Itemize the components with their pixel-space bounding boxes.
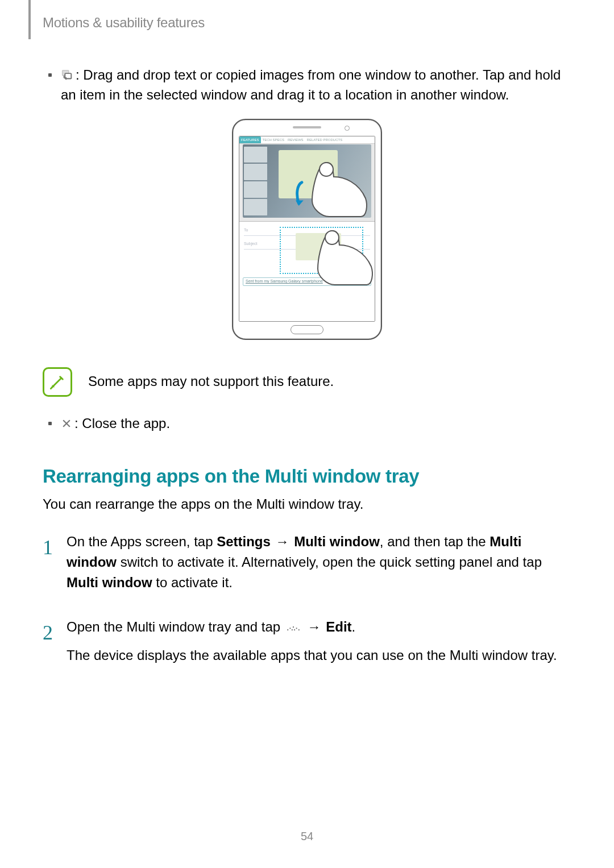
drag-drop-illustration: FEATURES TECH SPECS REVIEWS RELATED PROD… [43, 119, 571, 340]
tab-related: RELATED PRODUCTS [305, 136, 345, 144]
phone-screen: FEATURES TECH SPECS REVIEWS RELATED PROD… [239, 136, 375, 322]
svg-point-7 [287, 629, 288, 630]
phone-illustration: FEATURES TECH SPECS REVIEWS RELATED PROD… [232, 119, 382, 340]
svg-point-8 [289, 628, 291, 629]
screen-bottom-window: To Subject Sent from my Samsung Galaxy s… [239, 221, 375, 322]
screen-top-window: FEATURES TECH SPECS REVIEWS RELATED PROD… [239, 136, 375, 222]
step-1-number: 1 [43, 537, 67, 600]
step-2-number: 2 [43, 622, 67, 672]
phone-camera-icon [345, 126, 350, 131]
svg-point-13 [298, 629, 300, 630]
page-number: 54 [0, 830, 614, 843]
section-heading-rearranging: Rearranging apps on the Multi window tra… [43, 463, 571, 490]
bullet-dot-icon [48, 422, 52, 425]
phone-speaker-icon [293, 126, 321, 128]
step-2-text-line2: The device displays the available apps t… [67, 645, 571, 666]
note-icon [43, 367, 72, 397]
drag-arrow-icon [294, 181, 310, 212]
section-header: Motions & usability features [43, 15, 205, 31]
step-1: 1 On the Apps screen, tap Settings → Mul… [43, 531, 571, 600]
note-text: Some apps may not support this feature. [88, 372, 334, 392]
tab-features: FEATURES [239, 136, 261, 144]
svg-point-10 [293, 626, 294, 628]
photo-area [243, 144, 371, 218]
step-2: 2 Open the Multi window tray and tap [43, 617, 571, 672]
note-block: Some apps may not support this feature. [43, 367, 571, 397]
more-options-icon [285, 618, 301, 638]
svg-point-9 [292, 629, 293, 630]
bullet-drag-drop: : Drag and drop text or copied images fr… [48, 65, 571, 105]
close-icon [61, 418, 72, 429]
bullet-close-app: : Close the app. [48, 414, 571, 434]
tab-reviews: REVIEWS [286, 136, 305, 144]
svg-point-12 [296, 628, 297, 629]
svg-point-11 [294, 629, 295, 630]
drop-target-outline [280, 227, 363, 274]
dropped-image [296, 233, 341, 260]
email-signature: Sent from my Samsung Galaxy smartphone [243, 277, 371, 285]
step-1-text: On the Apps screen, tap Settings → Multi… [67, 531, 571, 593]
header-vertical-rule [28, 0, 31, 39]
bullet-drag-drop-text: : Drag and drop text or copied images fr… [61, 67, 561, 102]
bullet-dot-icon [48, 73, 52, 77]
tab-techspecs: TECH SPECS [261, 136, 286, 144]
drag-drop-icon [61, 69, 73, 81]
home-button-icon [291, 325, 323, 334]
thumbnail-sidebar [244, 147, 267, 216]
step-2-text-line1: Open the Multi window tray and tap → Edi… [67, 617, 571, 638]
close-app-text: : Close the app. [74, 414, 170, 434]
section-intro: You can rearrange the apps on the Multi … [43, 495, 571, 514]
